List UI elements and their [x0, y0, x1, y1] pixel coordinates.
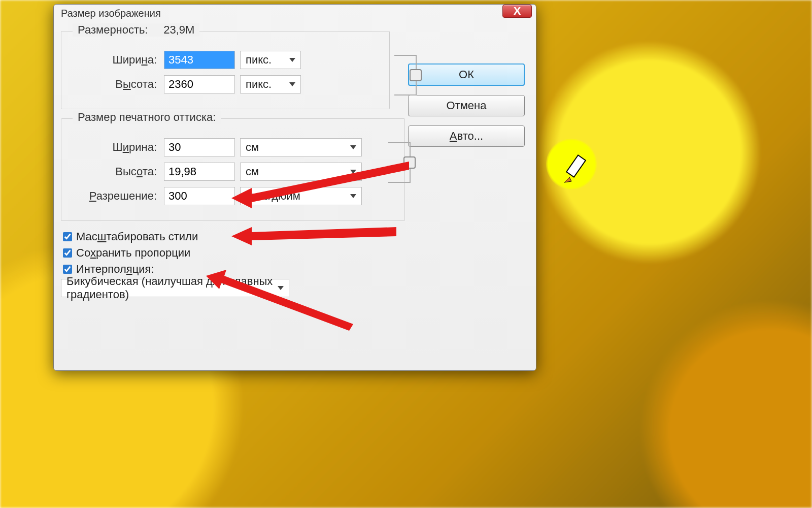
pixel-height-label: Высота:: [71, 78, 164, 91]
close-icon: X: [514, 5, 521, 18]
doc-height-unit: см: [246, 165, 259, 178]
close-button[interactable]: X: [502, 5, 532, 18]
auto-label: Авто...: [450, 130, 483, 143]
legend-value: 23,9M: [163, 23, 194, 36]
document-size-legend: Размер печатного оттиска:: [73, 111, 221, 124]
resolution-unit-select[interactable]: пикс/дюйм: [240, 187, 362, 205]
pixel-dimensions-group: Размерность: 23,9M Ширина: пикс. Высота:…: [61, 31, 390, 109]
doc-height-input[interactable]: [164, 163, 235, 181]
resolution-input[interactable]: [164, 187, 235, 205]
doc-height-label: Высота:: [71, 165, 164, 178]
chain-icon: [403, 156, 416, 169]
pixel-width-input[interactable]: [164, 51, 235, 69]
doc-width-input[interactable]: [164, 138, 235, 156]
cancel-label: Отмена: [447, 99, 487, 112]
pixel-dimensions-legend: Размерность: 23,9M: [73, 23, 199, 37]
doc-height-unit-select[interactable]: см: [240, 163, 362, 181]
pixel-width-label: Ширина:: [71, 53, 164, 67]
constrain-input[interactable]: [63, 248, 72, 258]
scale-styles-checkbox[interactable]: Масштабировать стили: [61, 230, 529, 243]
pixel-width-unit: пикс.: [246, 53, 272, 67]
dialog-title: Размер изображения: [58, 8, 502, 19]
chevron-down-icon: [278, 286, 284, 290]
document-size-group: Размер печатного оттиска: Ширина: см Выс…: [61, 118, 405, 221]
resample-checkbox[interactable]: Интерполяция:: [61, 263, 529, 276]
pixel-height-unit-select[interactable]: пикс.: [240, 75, 301, 93]
resample-method-select[interactable]: Бикубическая (наилучшая для плавных град…: [61, 279, 289, 297]
constrain-link-icon: [394, 55, 417, 96]
auto-button[interactable]: Авто...: [408, 125, 525, 147]
ok-label: ОК: [459, 68, 474, 81]
pixel-width-unit-select[interactable]: пикс.: [240, 51, 301, 69]
resolution-label: Разрешение:: [71, 189, 164, 203]
constrain-link-icon: [388, 142, 411, 183]
pixel-height-unit: пикс.: [246, 78, 272, 91]
scale-styles-input[interactable]: [63, 232, 72, 241]
chevron-down-icon: [289, 58, 295, 62]
dialog-buttons: ОК Отмена Авто...: [408, 64, 525, 147]
constrain-label: Сохранить пропорции: [76, 246, 190, 260]
chevron-down-icon: [350, 145, 356, 149]
image-size-dialog: Размер изображения X ОК Отмена Авто... Р…: [53, 4, 536, 371]
resample-input[interactable]: [63, 265, 72, 274]
ok-button[interactable]: ОК: [408, 64, 525, 86]
constrain-proportions-checkbox[interactable]: Сохранить пропорции: [61, 246, 529, 260]
options: Масштабировать стили Сохранить пропорции…: [61, 230, 529, 276]
resolution-unit: пикс/дюйм: [246, 189, 300, 203]
chevron-down-icon: [350, 194, 356, 198]
resample-label: Интерполяция:: [76, 263, 154, 276]
scale-styles-label: Масштабировать стили: [76, 230, 198, 243]
doc-width-label: Ширина:: [71, 141, 164, 154]
cancel-button[interactable]: Отмена: [408, 95, 525, 116]
legend-prefix: Размерность:: [78, 23, 148, 36]
chevron-down-icon: [350, 170, 356, 174]
chevron-down-icon: [289, 82, 295, 86]
doc-width-unit: см: [246, 141, 259, 154]
titlebar[interactable]: Размер изображения X: [54, 5, 536, 22]
doc-width-unit-select[interactable]: см: [240, 138, 362, 156]
resample-method-value: Бикубическая (наилучшая для плавных град…: [66, 275, 284, 301]
pixel-height-input[interactable]: [164, 75, 235, 93]
chain-icon: [410, 69, 422, 81]
